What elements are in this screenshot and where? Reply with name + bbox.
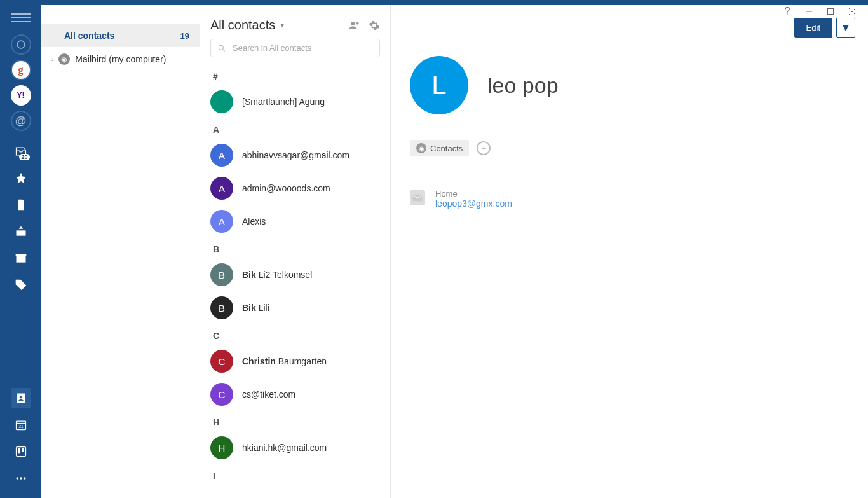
inbox-icon[interactable]: 20 <box>11 141 31 162</box>
star-icon[interactable] <box>11 168 31 188</box>
svg-point-19 <box>219 45 223 50</box>
contact-avatar-small <box>210 90 233 113</box>
contact-avatar-small: B <box>210 296 233 319</box>
contact-row[interactable]: BBik Li2 Telkomsel <box>210 258 380 291</box>
search-input[interactable] <box>233 43 373 53</box>
svg-rect-12 <box>16 447 25 457</box>
contact-list-name: Bik Li2 Telkomsel <box>242 270 312 280</box>
section-letter: H <box>210 411 380 431</box>
window-controls: ? <box>776 4 863 19</box>
contact-row[interactable]: CChristin Baumgarten <box>210 345 380 378</box>
contact-avatar-small: H <box>210 436 233 459</box>
mail-icon <box>410 190 425 205</box>
contact-list-name: Christin Baumgarten <box>242 356 327 366</box>
email-label: Home <box>435 189 512 198</box>
contact-avatar-small: B <box>210 263 233 286</box>
contact-avatar: L <box>410 56 468 114</box>
maximize-button[interactable] <box>820 4 841 19</box>
email-field: Home leopop3@gmx.com <box>410 189 849 209</box>
contact-list-name: [Smartlaunch] Agung <box>242 97 325 107</box>
menu-button[interactable] <box>11 10 31 25</box>
contact-avatar-small: A <box>210 210 233 233</box>
contact-avatar-small: C <box>210 350 233 373</box>
group-all-contacts[interactable]: All contacts 19 <box>41 24 200 47</box>
svg-rect-1 <box>828 9 834 15</box>
list-dropdown-icon[interactable]: ▼ <box>279 22 285 29</box>
contact-avatar-small: C <box>210 383 233 406</box>
tag-icon[interactable] <box>11 275 31 295</box>
contact-list-name: Bik Lili <box>242 303 269 313</box>
edit-button[interactable]: Edit <box>794 18 832 38</box>
svg-rect-6 <box>15 254 26 256</box>
nav-rail: g Y! @ 20 31 <box>0 5 41 498</box>
calendar-app-icon[interactable]: 31 <box>11 415 31 435</box>
contact-row[interactable]: Aabhinavvsagar@gmail.com <box>210 139 380 172</box>
svg-point-4 <box>17 41 25 48</box>
groups-panel: All contacts 19 › ◉ Mailbird (my compute… <box>41 5 200 498</box>
close-button[interactable] <box>841 4 863 19</box>
contact-list-name: cs@tiket.com <box>242 389 295 399</box>
svg-point-8 <box>19 396 22 398</box>
group-mailbird[interactable]: › ◉ Mailbird (my computer) <box>41 47 200 71</box>
titlebar <box>0 0 868 5</box>
section-letter: I <box>210 464 380 485</box>
inbox-badge: 20 <box>19 154 29 160</box>
contact-row[interactable]: AAlexis <box>210 205 380 238</box>
edit-dropdown-button[interactable]: ▼ <box>836 18 855 38</box>
source-icon: ◉ <box>58 53 70 65</box>
contacts-scroll[interactable]: #[Smartlaunch] AgungAAabhinavvsagar@gmai… <box>200 65 390 498</box>
search-icon <box>217 44 226 53</box>
contact-name: leo pop <box>487 73 559 98</box>
svg-rect-5 <box>16 256 25 263</box>
group-label: All contacts <box>64 31 114 41</box>
svg-point-18 <box>351 22 355 25</box>
group-count: 19 <box>180 31 189 41</box>
help-button[interactable]: ? <box>776 4 798 19</box>
gear-icon[interactable] <box>369 20 380 31</box>
contact-source-tag[interactable]: ◉ Contacts <box>410 140 469 156</box>
minimize-button[interactable] <box>798 4 820 19</box>
contact-list-name: Alexis <box>242 216 266 226</box>
boards-app-icon[interactable] <box>11 441 31 462</box>
contact-list-name: hkiani.hk@gmail.com <box>242 443 327 453</box>
archive-icon[interactable] <box>11 248 31 268</box>
search-box[interactable] <box>210 39 380 57</box>
svg-text:31: 31 <box>18 424 24 429</box>
svg-rect-14 <box>22 448 24 452</box>
svg-point-16 <box>20 477 22 479</box>
add-contact-icon[interactable] <box>348 20 360 31</box>
contact-avatar-small: A <box>210 144 233 167</box>
chevron-right-icon: › <box>51 56 53 63</box>
list-title: All contacts <box>210 18 275 32</box>
contact-row[interactable]: Ccs@tiket.com <box>210 378 380 411</box>
divider <box>410 176 849 176</box>
group-label: Mailbird (my computer) <box>75 54 166 64</box>
account-yahoo[interactable]: Y! <box>11 85 31 106</box>
contact-list-name: admin@woooods.com <box>242 183 330 193</box>
file-icon[interactable] <box>11 195 31 215</box>
account-mail[interactable]: @ <box>11 111 31 131</box>
contact-row[interactable]: Aadmin@woooods.com <box>210 172 380 205</box>
add-tag-button[interactable]: + <box>477 141 491 155</box>
account-google[interactable]: g <box>11 60 31 80</box>
email-value[interactable]: leopop3@gmx.com <box>435 198 512 209</box>
section-letter: B <box>210 238 380 258</box>
section-letter: # <box>210 65 380 85</box>
account-all[interactable] <box>11 34 31 55</box>
contact-row[interactable]: BBik Lili <box>210 291 380 324</box>
svg-point-15 <box>16 477 18 479</box>
section-letter: C <box>210 324 380 345</box>
svg-point-17 <box>24 477 25 479</box>
contact-avatar-small: A <box>210 177 233 200</box>
contact-row[interactable]: Hhkiani.hk@gmail.com <box>210 431 380 464</box>
contacts-list-panel: All contacts ▼ #[Smartlaunch] AgungAAabh… <box>200 5 391 498</box>
contact-row[interactable]: [Smartlaunch] Agung <box>210 85 380 118</box>
more-apps-icon[interactable] <box>11 468 31 488</box>
section-letter: A <box>210 118 380 139</box>
outbox-icon[interactable] <box>11 221 31 242</box>
contact-list-name: abhinavvsagar@gmail.com <box>242 150 349 160</box>
contacts-app-icon[interactable] <box>11 388 31 408</box>
svg-rect-21 <box>413 195 423 202</box>
contact-detail-panel: Edit ▼ L leo pop ◉ Contacts + Home leopo… <box>391 5 868 498</box>
svg-line-20 <box>223 49 225 51</box>
